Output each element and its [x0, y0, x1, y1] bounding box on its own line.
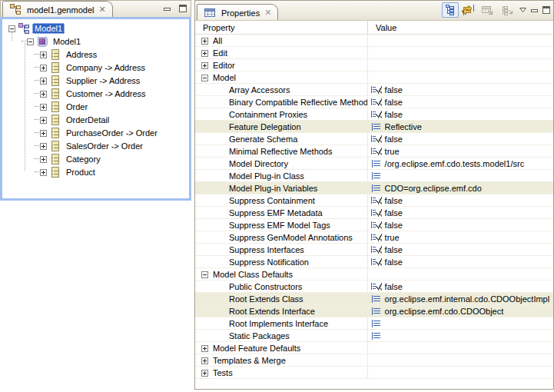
- tree-item-model1-l1[interactable]: Model1: [2, 35, 189, 48]
- tree-connector: [35, 106, 39, 107]
- property-row-root-extends-interface[interactable]: Root Extends Interface org.eclipse.emf.c…: [195, 305, 553, 317]
- property-value-cell[interactable]: false: [367, 194, 553, 206]
- property-value: false: [385, 208, 403, 218]
- property-value-cell[interactable]: [367, 170, 553, 181]
- close-icon[interactable]: ✕: [98, 5, 105, 13]
- property-value-cell[interactable]: false: [367, 108, 553, 120]
- category-row-tests[interactable]: Tests: [195, 367, 553, 379]
- property-row-feature-delegation[interactable]: Feature Delegation Reflective: [195, 121, 553, 133]
- property-row-public-constructors[interactable]: Public Constructors false: [195, 281, 553, 293]
- property-row-suppress-interfaces[interactable]: Suppress Interfaces false: [195, 244, 553, 256]
- property-row-array-accessors[interactable]: Array Accessors false: [195, 84, 553, 96]
- property-row-containment-proxies[interactable]: Containment Proxies false: [195, 108, 553, 121]
- view-menu-icon[interactable]: [517, 3, 528, 17]
- show-advanced-properties-button[interactable]: [460, 2, 477, 18]
- category-row-model[interactable]: Model: [195, 71, 553, 84]
- expand-icon[interactable]: [40, 155, 47, 162]
- property-row-model-plug-in-class[interactable]: Model Plug-in Class: [195, 170, 553, 182]
- tree-connector: [35, 132, 39, 133]
- category-row-editor[interactable]: Editor: [195, 59, 553, 71]
- category-row-model-class-defaults[interactable]: Model Class Defaults: [195, 268, 553, 281]
- property-row-suppress-genmodel-annotations[interactable]: Suppress GenModel Annotations true: [195, 231, 553, 244]
- property-value-cell[interactable]: false: [367, 133, 553, 145]
- expand-icon[interactable]: [40, 129, 47, 136]
- expand-icon[interactable]: [201, 369, 208, 376]
- property-value-cell[interactable]: true: [367, 231, 553, 243]
- collapse-icon[interactable]: [201, 74, 208, 81]
- collapse-icon[interactable]: [27, 38, 34, 45]
- tab-model1-genmodel[interactable]: model1.genmodel ✕: [2, 1, 113, 17]
- tree-mode-button[interactable]: [442, 2, 459, 18]
- tab-properties[interactable]: Properties ✕: [197, 4, 278, 20]
- property-row-minimal-reflective-methods[interactable]: Minimal Reflective Methods true: [195, 145, 553, 158]
- property-value-cell[interactable]: [367, 317, 553, 329]
- column-resize-sash[interactable]: [367, 21, 368, 34]
- maximize-button[interactable]: [177, 3, 187, 13]
- property-value-cell[interactable]: false: [367, 207, 553, 218]
- property-value-cell[interactable]: [367, 330, 553, 341]
- expand-icon[interactable]: [40, 168, 47, 175]
- minimize-button[interactable]: [529, 5, 539, 15]
- property-row-model-plug-in-variables[interactable]: Model Plug-in Variables CDO=org.eclipse.…: [195, 182, 553, 194]
- tree-item-category-l2[interactable]: Category: [2, 152, 189, 165]
- property-value-cell[interactable]: false: [367, 219, 553, 231]
- collapse-icon[interactable]: [8, 25, 15, 32]
- expand-icon[interactable]: [40, 64, 47, 71]
- property-row-suppress-notification[interactable]: Suppress Notification false: [195, 256, 553, 268]
- category-row-templates-merge[interactable]: Templates & Merge: [195, 354, 553, 367]
- property-row-suppress-emf-metadata[interactable]: Suppress EMF Metadata false: [195, 207, 553, 219]
- property-value-cell[interactable]: false: [367, 281, 553, 292]
- close-icon[interactable]: ✕: [264, 8, 271, 16]
- expand-icon[interactable]: [201, 61, 208, 68]
- minimize-button[interactable]: [162, 3, 172, 13]
- expand-icon[interactable]: [40, 142, 47, 149]
- tree-item-supplier-address-l2[interactable]: Supplier -> Address: [2, 74, 189, 87]
- property-name: Suppress Containment: [229, 196, 315, 205]
- property-value-cell[interactable]: false: [367, 96, 553, 108]
- property-value-cell[interactable]: false: [367, 256, 553, 267]
- property-row-root-extends-class[interactable]: Root Extends Class org.eclipse.emf.inter…: [195, 293, 553, 305]
- expand-icon[interactable]: [40, 51, 47, 58]
- property-value-cell[interactable]: org.eclipse.emf.cdo.CDOObject: [367, 305, 553, 317]
- property-row-generate-schema[interactable]: Generate Schema false: [195, 133, 553, 145]
- property-row-static-packages[interactable]: Static Packages: [195, 330, 553, 342]
- expand-icon[interactable]: [201, 49, 208, 56]
- tree-connector: [35, 67, 39, 68]
- expand-icon[interactable]: [201, 344, 208, 351]
- tree-item-model1-l0[interactable]: Model1: [2, 22, 189, 35]
- maximize-button[interactable]: [541, 5, 551, 15]
- property-name: Root Extends Interface: [229, 307, 315, 316]
- property-row-suppress-containment[interactable]: Suppress Containment false: [195, 194, 553, 207]
- tree-item-company-address-l2[interactable]: Company -> Address: [2, 61, 189, 74]
- expand-icon[interactable]: [40, 77, 47, 84]
- expand-icon[interactable]: [40, 103, 47, 110]
- property-value-cell[interactable]: false: [367, 244, 553, 255]
- category-row-all[interactable]: All: [195, 35, 553, 47]
- property-value-cell[interactable]: /org.eclipse.emf.cdo.tests.model1/src: [367, 158, 553, 169]
- tree-item-order-l2[interactable]: Order: [2, 100, 189, 113]
- tree-item-salesorder-order-l2[interactable]: SalesOrder -> Order: [2, 139, 189, 152]
- tree-item-address-l2[interactable]: Address: [2, 48, 189, 61]
- tree-item-purchaseorder-order-l2[interactable]: PurchaseOrder -> Order: [2, 126, 189, 139]
- tree-item-customer-address-l2[interactable]: Customer -> Address: [2, 87, 189, 100]
- property-value-cell[interactable]: org.eclipse.emf.internal.cdo.CDOObjectIm…: [367, 293, 553, 304]
- tree-item-orderdetail-l2[interactable]: OrderDetail: [2, 113, 189, 126]
- property-value-cell[interactable]: true: [367, 145, 553, 157]
- property-value-cell[interactable]: false: [367, 84, 553, 95]
- category-row-model-feature-defaults[interactable]: Model Feature Defaults: [195, 342, 553, 354]
- expand-icon[interactable]: [201, 357, 208, 364]
- property-name: Model Plug-in Class: [229, 171, 304, 181]
- property-value-cell[interactable]: Reflective: [367, 121, 553, 132]
- collapse-icon[interactable]: [201, 271, 208, 277]
- expand-icon[interactable]: [201, 37, 208, 44]
- expand-icon[interactable]: [40, 90, 47, 97]
- expand-icon[interactable]: [40, 116, 47, 123]
- property-row-binary-compatible-reflective-methods[interactable]: Binary Compatible Reflective Methods fal…: [195, 96, 553, 108]
- property-value-cell[interactable]: CDO=org.eclipse.emf.cdo: [367, 182, 553, 194]
- tree-item-product-l2[interactable]: Product: [2, 165, 189, 178]
- property-row-model-directory[interactable]: Model Directory /org.eclipse.emf.cdo.tes…: [195, 158, 553, 170]
- category-row-edit[interactable]: Edit: [195, 47, 553, 59]
- property-row-suppress-emf-model-tags[interactable]: Suppress EMF Model Tags false: [195, 219, 553, 231]
- property-value-cell: [367, 71, 553, 83]
- property-row-root-implements-interface[interactable]: Root Implements Interface: [195, 317, 553, 330]
